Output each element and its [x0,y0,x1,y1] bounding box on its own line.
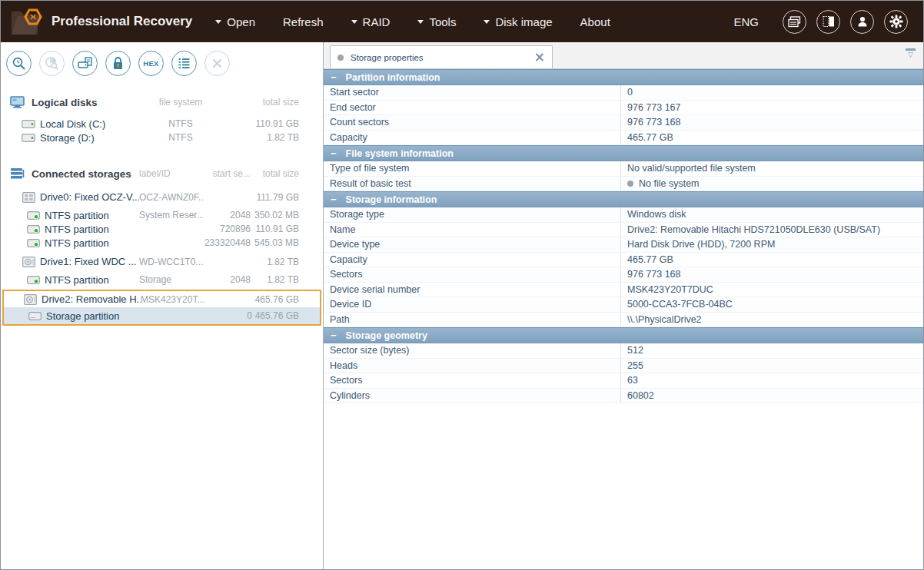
ntfs-partition-icon [27,211,40,220]
menu-about[interactable]: About [580,15,610,28]
tab-list-dropdown[interactable]: ▽ [906,48,916,58]
tree-row-ntfs-partition[interactable]: NTFS partition 233320448 545.03 MB [1,236,323,250]
section-header-storage-information[interactable]: − Storage information [324,191,923,207]
hex-viewer-button[interactable]: HEX [138,51,164,76]
hdd-drive-icon [22,257,35,267]
dropdown-caret-icon [351,20,357,24]
tab-label: Storage properties [351,53,534,62]
property-row: Sector size (bytes) 512 [324,343,923,359]
settings-button[interactable] [884,10,908,34]
tab-close-icon[interactable]: × [534,51,545,64]
pie-analysis-icon [45,56,59,71]
gear-icon [889,15,903,28]
properties-panel: Storage properties × ▽ − Partition infor… [324,42,923,569]
user-icon [856,15,869,28]
tree-row-drive0[interactable]: Drive0: Fixed OCZ-V... OCZ-AWNZ0F... 111… [1,189,323,205]
panel-layout-button[interactable] [816,10,840,34]
property-row: Sectors 63 [324,373,923,389]
lock-icon [111,56,125,71]
menu-open[interactable]: Open [215,15,255,28]
tree-row-local-disk-c[interactable]: Local Disk (C:) NTFS 110.91 GB [1,117,323,131]
menu-refresh[interactable]: Refresh [283,15,324,28]
property-row: Device type Hard Disk Drive (HDD), 7200 … [324,237,923,253]
menu-disk-image[interactable]: Disk image [484,15,552,28]
storage-tree-panel: HEX [1,42,324,569]
section-header-partition-information[interactable]: − Partition information [324,69,923,85]
scan-button[interactable] [6,51,32,76]
property-row: End sector 976 773 167 [324,101,923,116]
tree-row-storage-partition-selected[interactable]: Storage partition 0 465.76 GB [4,307,320,324]
main-menu: Open Refresh RAID Tools Disk image About [215,15,610,28]
app-header: Professional Recovery Open Refresh RAID … [1,1,923,42]
tab-list-triangle-icon: ▽ [908,51,913,58]
collapse-icon: − [331,147,337,159]
tree-row-drive2[interactable]: Drive2: Removable H... MSK423Y20T... 465… [4,291,320,307]
property-row: Heads 255 [324,359,923,374]
language-selector[interactable]: ENG [733,15,759,28]
disk-image-icon [78,56,93,70]
menu-raid[interactable]: RAID [351,15,391,28]
property-row: Result of basic test No file system [324,177,923,192]
monitor-icon [10,96,25,108]
property-row: Start sector 0 [324,85,923,101]
property-row: Storage type Windows disk [324,207,923,223]
selected-storage-group: Drive2: Removable H... MSK423Y20T... 465… [2,290,321,326]
menu-tools[interactable]: Tools [417,15,456,28]
app-logo-icon [8,5,45,38]
hex-label: HEX [143,59,158,68]
section-title: Logical disks [32,97,98,108]
property-row: Count sectors 976 773 168 [324,115,923,131]
property-row: Sectors 976 773 168 [324,267,923,283]
section-header-file-system-information[interactable]: − File system information [324,145,923,161]
collapse-icon: − [331,330,337,341]
dropdown-caret-icon [484,20,490,24]
property-row: Name Drive2: Removable Hitachi HDS721050… [324,223,923,238]
property-row: Device serial number MSK423Y20T7DUC [324,283,923,298]
analysis-button [39,51,65,76]
left-toolbar: HEX [1,42,323,84]
column-header-file-system: file system [139,97,222,108]
user-account-button[interactable] [850,10,874,34]
collapse-icon: − [331,71,337,83]
connected-storages-header: Connected storages label/ID start se... … [1,165,323,182]
tab-status-dot-icon [337,55,344,61]
section-header-storage-geometry[interactable]: − Storage geometry [324,327,923,343]
property-row: Capacity 465.77 GB [324,131,923,146]
app-title: Professional Recovery [52,14,192,29]
column-header-total-size: total size [251,168,299,179]
close-x-icon [211,58,223,69]
tree-row-ntfs-partition[interactable]: NTFS partition System Reser... 2048 350.… [1,208,323,222]
property-row: Type of file system No valid/supported f… [324,161,923,177]
property-row: Capacity 465.77 GB [324,253,923,268]
tree-row-ntfs-partition[interactable]: NTFS partition 720896 110.91 GB [1,222,323,236]
tab-storage-properties[interactable]: Storage properties × [330,45,553,68]
ssd-drive-icon [22,192,35,203]
properties-list-button[interactable] [171,51,197,76]
ntfs-partition-icon [27,239,40,247]
unlock-button[interactable] [105,51,131,76]
property-row: Path \\.\PhysicalDrive2 [324,313,923,328]
tab-bar: Storage properties × ▽ [324,42,923,69]
disk-image-button[interactable] [72,51,98,76]
column-header-total-size: total size [222,97,299,108]
section-title: Connected storages [32,168,131,180]
ntfs-partition-icon [27,276,40,284]
scan-magnifier-icon [12,56,26,71]
panel-layout-icon [823,15,835,28]
close-task-button [204,51,230,76]
log-window-icon [788,16,801,28]
tree-row-drive1[interactable]: Drive1: Fixed WDC ... WD-WCC1T0... 1.82 … [1,254,323,270]
tree-row-ntfs-partition[interactable]: NTFS partition Storage 2048 1.82 TB [1,273,323,287]
header-right-cluster: ENG [733,10,923,34]
ntfs-partition-icon [27,225,40,234]
column-header-label-id: label/ID [139,168,203,179]
status-dot-icon [627,181,633,187]
column-header-start-sector: start se... [203,168,251,179]
log-window-button[interactable] [783,10,806,34]
storage-stack-icon [10,167,25,180]
logical-disk-icon [22,134,35,142]
property-grid: − Partition information Start sector 0 E… [324,69,923,569]
tree-row-storage-d[interactable]: Storage (D:) NTFS 1.82 TB [1,131,323,144]
property-row: Cylinders 60802 [324,389,923,404]
storage-tree: Logical disks file system total size Loc… [1,94,323,326]
